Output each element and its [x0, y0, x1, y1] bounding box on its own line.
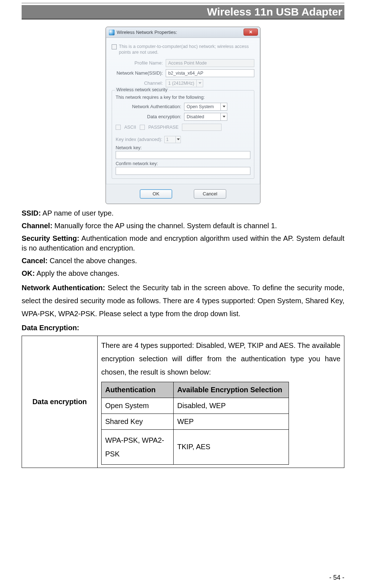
ascii-label: ASCII	[124, 125, 136, 130]
table-row: WPA-PSK, WPA2-PSK TKIP, AES	[102, 429, 289, 464]
confirm-key-input[interactable]	[116, 167, 250, 175]
channel-paragraph: Channel: Manually force the AP using the…	[22, 221, 344, 231]
ok-paragraph: OK: Apply the above changes.	[22, 269, 344, 278]
encryption-outer-table: Data encryption There are 4 types suppor…	[22, 336, 344, 468]
ok-button-label: OK	[153, 191, 160, 196]
channel-value: 1 (2412MHz)	[166, 81, 196, 86]
confirm-key-label: Confirm network key:	[116, 161, 250, 166]
adhoc-checkbox[interactable]	[112, 44, 117, 49]
passphrase-checkbox[interactable]	[140, 125, 145, 130]
cell-enc: WEP	[174, 414, 289, 429]
key-index-label: Key index (advanced):	[116, 137, 164, 142]
data-encryption-heading: Data Encryption:	[22, 323, 344, 333]
page-header: Wireless 11n USB Adapter	[22, 5, 344, 19]
auth-label: Network Authentication:	[116, 104, 184, 109]
cancel-button-label: Cancel	[203, 191, 217, 196]
security-groupbox: Wireless network security This network r…	[112, 90, 254, 179]
ascii-checkbox[interactable]	[116, 125, 121, 130]
dialog-title: Wireless Network Properties:	[117, 30, 177, 35]
ssid-text: AP name of user type.	[41, 209, 113, 217]
channel-combo: 1 (2412MHz)	[166, 79, 203, 87]
channel-bold: Channel:	[22, 222, 53, 230]
security-group-sub: This network requires a key for the foll…	[116, 95, 250, 100]
chevron-down-icon[interactable]	[220, 103, 227, 110]
table-row: Open System Disabled, WEP	[102, 398, 289, 414]
inner-th-auth: Authentication	[102, 382, 174, 398]
channel-text: Manually force the AP using the channel.…	[53, 222, 277, 230]
network-key-label: Network key:	[116, 145, 250, 150]
close-icon: ✕	[249, 30, 253, 35]
cell-auth: Shared Key	[102, 414, 174, 429]
na-bold: Network Authentication:	[22, 284, 105, 292]
dialog-app-icon	[109, 30, 115, 35]
ok-bold: OK:	[22, 269, 35, 277]
chevron-down-icon	[175, 136, 180, 143]
auth-combo[interactable]: Open System	[184, 103, 227, 111]
page-number: - 54 -	[329, 574, 344, 582]
ssid-value: b2_vista_x64_AP	[168, 71, 203, 76]
cell-enc: Disabled, WEP	[174, 398, 289, 414]
ssid-label: Network Name(SSID):	[112, 70, 166, 76]
adhoc-label: This is a computer-to-computer(ad hoc) n…	[119, 44, 254, 56]
ssid-paragraph: SSID: AP name of user type.	[22, 208, 344, 218]
passphrase-input	[182, 124, 222, 131]
header-title: Wireless 11n USB Adapter	[207, 6, 342, 18]
cell-auth: Open System	[102, 398, 174, 414]
chevron-down-icon	[196, 80, 203, 87]
channel-label: Channel:	[112, 80, 166, 86]
cell-enc: TKIP, AES	[174, 429, 289, 464]
dialog-titlebar: Wireless Network Properties: ✕	[106, 27, 260, 38]
security-group-label: Wireless network security	[115, 87, 169, 92]
security-paragraph: Security Setting: Authentication mode an…	[22, 234, 344, 253]
ok-button[interactable]: OK	[140, 189, 172, 199]
encryption-cell: There are 4 types supported: Disabled, W…	[98, 336, 344, 468]
ssid-bold: SSID:	[22, 209, 41, 217]
encryption-combo[interactable]: Disabled	[184, 113, 227, 121]
encryption-inner-table: Authentication Available Encryption Sele…	[101, 382, 289, 465]
ok-text: Apply the above changes.	[35, 269, 120, 277]
security-bold: Security Setting:	[22, 234, 79, 242]
auth-value: Open System	[184, 104, 220, 109]
passphrase-label: PASSPHRASE	[148, 125, 179, 130]
cancel-button[interactable]: Cancel	[194, 189, 226, 199]
profile-name-value: Access Point Mode	[168, 61, 207, 66]
wireless-properties-dialog: Wireless Network Properties: ✕ This is a…	[106, 27, 260, 204]
table-row: Shared Key WEP	[102, 414, 289, 429]
encryption-side-label: Data encryption	[22, 336, 98, 468]
encryption-label: Data encryption:	[116, 114, 184, 119]
network-key-input[interactable]	[116, 151, 250, 159]
cell-auth: WPA-PSK, WPA2-PSK	[102, 429, 174, 464]
key-index-value: 1	[165, 137, 175, 142]
inner-th-enc: Available Encryption Selection	[174, 382, 289, 398]
encryption-description: There are 4 types supported: Disabled, W…	[101, 339, 340, 379]
close-button[interactable]: ✕	[244, 28, 258, 36]
profile-name-input: Access Point Mode	[166, 59, 254, 67]
key-index-combo: 1	[164, 136, 181, 143]
ssid-input[interactable]: b2_vista_x64_AP	[166, 69, 254, 77]
cancel-paragraph: Cancel: Cancel the above changes.	[22, 256, 344, 266]
cancel-text: Cancel the above changes.	[48, 257, 137, 265]
de-bold: Data Encryption:	[22, 324, 79, 332]
chevron-down-icon[interactable]	[220, 113, 227, 120]
network-auth-paragraph: Network Authentication: Select the Secur…	[22, 281, 344, 320]
cancel-bold: Cancel:	[22, 257, 48, 265]
encryption-value: Disabled	[184, 114, 220, 119]
dialog-screenshot: Wireless Network Properties: ✕ This is a…	[22, 27, 344, 204]
profile-name-label: Profile Name:	[112, 60, 166, 66]
